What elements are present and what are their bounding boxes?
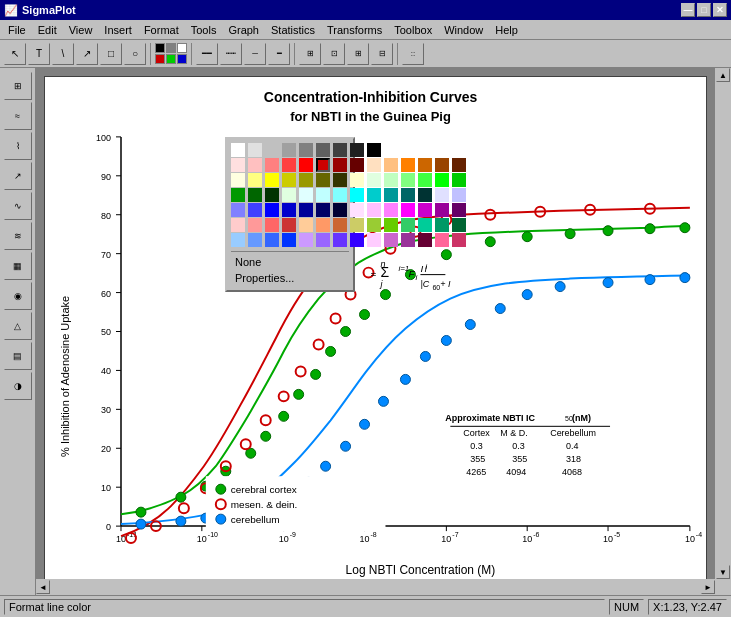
graph-type-3[interactable]: ⊞ [347,43,369,65]
menu-file[interactable]: File [2,22,32,38]
color-cell[interactable] [299,203,313,217]
color-cell[interactable] [299,173,313,187]
color-cell[interactable] [316,158,330,172]
line-tool[interactable]: \ [52,43,74,65]
rect-tool[interactable]: □ [100,43,122,65]
color-cell[interactable] [265,158,279,172]
color-cell[interactable] [248,143,262,157]
color-cell[interactable] [401,143,415,157]
color-swatch-blue[interactable] [177,54,187,64]
menu-help[interactable]: Help [489,22,524,38]
color-cell[interactable] [282,158,296,172]
menu-toolbox[interactable]: Toolbox [388,22,438,38]
color-cell[interactable] [316,173,330,187]
menu-window[interactable]: Window [438,22,489,38]
color-cell[interactable] [384,218,398,232]
menu-view[interactable]: View [63,22,99,38]
menu-statistics[interactable]: Statistics [265,22,321,38]
color-swatch-gray[interactable] [166,43,176,53]
color-cell[interactable] [333,173,347,187]
color-cell[interactable] [231,233,245,247]
text-tool[interactable]: T [28,43,50,65]
color-cell[interactable] [350,203,364,217]
line-style-solid[interactable]: ━━ [196,43,218,65]
scroll-down-button[interactable]: ▼ [716,565,730,579]
color-cell[interactable] [367,143,381,157]
color-swatch-white[interactable] [177,43,187,53]
color-cell[interactable] [282,173,296,187]
color-cell[interactable] [282,203,296,217]
arrow-tool[interactable]: ↗ [76,43,98,65]
color-cell[interactable] [350,173,364,187]
color-cell[interactable] [231,203,245,217]
color-cell[interactable] [435,233,449,247]
menu-insert[interactable]: Insert [98,22,138,38]
color-swatch-green[interactable] [166,54,176,64]
color-cell[interactable] [452,173,466,187]
color-properties-button[interactable]: Properties... [231,270,349,286]
color-cell[interactable] [299,218,313,232]
line-weight-1[interactable]: ─ [244,43,266,65]
color-cell[interactable] [299,158,313,172]
color-cell[interactable] [367,203,381,217]
color-cell[interactable] [265,233,279,247]
color-cell[interactable] [282,233,296,247]
sidebar-btn-5[interactable]: ∿ [4,192,32,220]
grid-toggle[interactable]: :: [402,43,424,65]
color-cell[interactable] [231,188,245,202]
color-cell[interactable] [316,188,330,202]
color-cell[interactable] [248,233,262,247]
color-swatch-black[interactable] [155,43,165,53]
color-cell[interactable] [367,158,381,172]
color-cell[interactable] [333,218,347,232]
sidebar-btn-3[interactable]: ⌇ [4,132,32,160]
color-cell[interactable] [401,233,415,247]
color-cell[interactable] [452,218,466,232]
color-cell[interactable] [401,158,415,172]
color-cell[interactable] [452,233,466,247]
color-cell[interactable] [299,233,313,247]
select-tool[interactable]: ↖ [4,43,26,65]
color-cell[interactable] [265,188,279,202]
menu-graph[interactable]: Graph [222,22,265,38]
scroll-right-button[interactable]: ► [701,580,715,594]
color-cell[interactable] [401,188,415,202]
color-cell[interactable] [316,233,330,247]
color-cell[interactable] [299,143,313,157]
color-cell[interactable] [231,173,245,187]
color-cell[interactable] [384,203,398,217]
color-cell[interactable] [282,218,296,232]
color-cell[interactable] [435,158,449,172]
color-cell[interactable] [350,143,364,157]
color-cell[interactable] [265,173,279,187]
color-cell[interactable] [265,203,279,217]
color-none-button[interactable]: None [231,254,349,270]
color-grid[interactable] [231,143,349,247]
sidebar-btn-6[interactable]: ≋ [4,222,32,250]
maximize-button[interactable]: □ [697,3,711,17]
color-cell[interactable] [316,203,330,217]
color-cell[interactable] [333,233,347,247]
sidebar-btn-7[interactable]: ▦ [4,252,32,280]
color-cell[interactable] [350,158,364,172]
color-cell[interactable] [435,143,449,157]
color-cell[interactable] [350,218,364,232]
color-cell[interactable] [333,143,347,157]
sidebar-btn-9[interactable]: △ [4,312,32,340]
color-cell[interactable] [282,143,296,157]
color-swatch-red[interactable] [155,54,165,64]
color-cell[interactable] [384,188,398,202]
color-cell[interactable] [333,188,347,202]
color-cell[interactable] [418,188,432,202]
minimize-button[interactable]: — [681,3,695,17]
color-cell[interactable] [367,173,381,187]
color-cell[interactable] [333,203,347,217]
color-cell[interactable] [367,188,381,202]
color-cell[interactable] [367,233,381,247]
color-cell[interactable] [265,218,279,232]
color-cell[interactable] [452,188,466,202]
sidebar-btn-10[interactable]: ▤ [4,342,32,370]
color-cell[interactable] [265,143,279,157]
line-weight-2[interactable]: ━ [268,43,290,65]
color-cell[interactable] [418,173,432,187]
